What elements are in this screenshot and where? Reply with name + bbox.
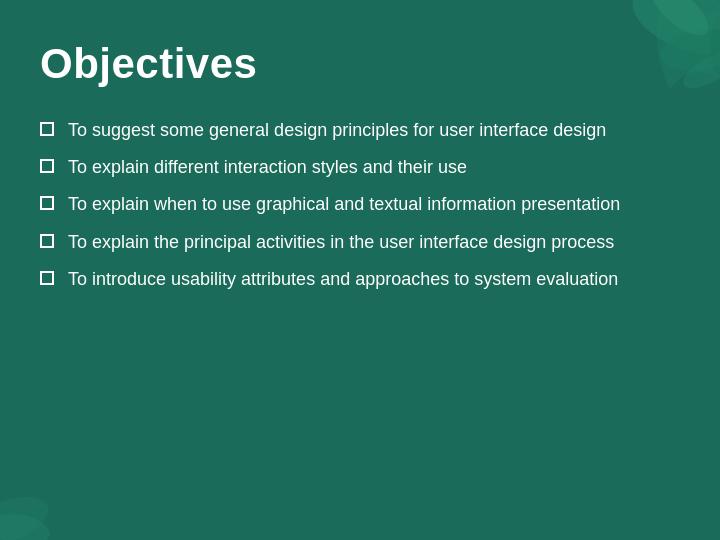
bullet-item: To suggest some general design principle… xyxy=(40,118,670,143)
slide: Objectives To suggest some general desig… xyxy=(0,0,720,540)
slide-title: Objectives xyxy=(40,40,670,88)
bullet-text: To suggest some general design principle… xyxy=(68,118,670,143)
bullet-square-icon xyxy=(40,159,54,173)
bullet-square-icon xyxy=(40,271,54,285)
corner-decoration-bottom-left xyxy=(0,460,80,540)
bullet-square-icon xyxy=(40,122,54,136)
bullet-item: To explain when to use graphical and tex… xyxy=(40,192,670,217)
bullet-text: To explain when to use graphical and tex… xyxy=(68,192,670,217)
bullet-list: To suggest some general design principle… xyxy=(40,118,670,292)
bullet-square-icon xyxy=(40,234,54,248)
bullet-square-icon xyxy=(40,196,54,210)
corner-decoration-top-right xyxy=(590,0,720,130)
bullet-item: To explain the principal activities in t… xyxy=(40,230,670,255)
bullet-item: To introduce usability attributes and ap… xyxy=(40,267,670,292)
bullet-text: To introduce usability attributes and ap… xyxy=(68,267,670,292)
bullet-text: To explain different interaction styles … xyxy=(68,155,670,180)
bullet-text: To explain the principal activities in t… xyxy=(68,230,670,255)
bullet-item: To explain different interaction styles … xyxy=(40,155,670,180)
